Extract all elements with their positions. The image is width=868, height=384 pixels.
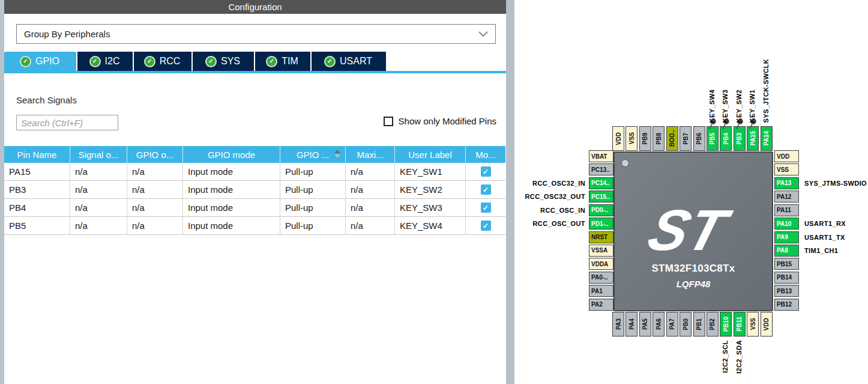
show-modified-filter[interactable]: Show only Modified Pins [384,116,496,126]
pin-PA1[interactable]: PA1 [589,285,613,297]
table-row-PB4[interactable]: PB4n/an/aInput modePull-upn/aKEY_SW3✓ [4,199,505,217]
pin-PB5[interactable]: PB5 [707,126,719,151]
col-header-signal[interactable]: Signal o... [70,146,127,163]
pin-PC15[interactable]: PC15.. [589,190,613,203]
pin-VDD[interactable]: VDD [761,312,773,337]
cell-max_speed[interactable]: n/a [346,181,395,198]
pin-PB8[interactable]: PB8 [653,126,665,151]
pin-PA4[interactable]: PA4 [625,312,637,337]
cell-gpio_output[interactable]: n/a [127,217,183,234]
cell-user_label[interactable]: KEY_SW4 [395,217,466,234]
show-modified-checkbox[interactable] [384,117,393,126]
pin-PA14[interactable]: PA14 [761,126,773,151]
cell-gpio_mode[interactable]: Input mode [183,199,280,216]
pin-PB3[interactable]: PB3 [734,126,746,151]
pin-VDD[interactable]: VDD [774,150,799,162]
pin-PC13[interactable]: PC13.. [589,163,613,175]
table-row-PA15[interactable]: PA15n/an/aInput modePull-upn/aKEY_SW1✓ [4,163,505,181]
modified-checkbox[interactable]: ✓ [481,184,491,195]
pin-VSS[interactable]: VSS [625,126,637,151]
pin-PD0[interactable]: PD0-.. [589,204,613,216]
col-header-gpio_mode[interactable]: GPIO mode [183,146,280,163]
cell-modified[interactable]: ✓ [466,199,505,216]
pin-PA6[interactable]: PA6 [653,312,665,337]
pin-VBAT[interactable]: VBAT [589,150,613,162]
modified-checkbox[interactable]: ✓ [481,221,491,231]
col-header-gpio_output[interactable]: GPIO o... [127,146,183,163]
pin-VSSA[interactable]: VSSA [589,245,613,257]
pin-PA9[interactable]: PA9 [774,231,799,243]
col-header-user_label[interactable]: User Label [395,146,466,163]
pin-PA8[interactable]: PA8 [774,245,799,257]
pin-PA12[interactable]: PA12 [774,190,799,203]
pin-PA13[interactable]: PA13 [774,177,799,189]
cell-gpio_mode[interactable]: Input mode [183,181,280,198]
tab-usart[interactable]: ✓USART [312,52,386,71]
pin-VSS[interactable]: VSS [774,163,799,175]
cell-gpio_mode[interactable]: Input mode [183,163,280,180]
pin-PD1[interactable]: PD1-.. [589,218,613,230]
modified-checkbox[interactable]: ✓ [481,203,491,213]
cell-max_speed[interactable]: n/a [346,163,395,180]
cell-pin[interactable]: PA15 [4,163,70,180]
pin-PA15[interactable]: PA15 [747,126,759,151]
pin-NRST[interactable]: NRST [589,231,613,243]
pin-PB9[interactable]: PB9 [639,126,651,151]
pin-PB6[interactable]: PB6 [693,126,705,151]
col-header-modified[interactable]: Mo... [466,146,505,163]
pin-PB14[interactable]: PB14 [774,272,799,284]
pin-PB13[interactable]: PB13 [774,285,799,297]
cell-pin[interactable]: PB3 [4,181,70,198]
pin-PB10[interactable]: PB10 [720,312,732,337]
cell-pin[interactable]: PB5 [4,217,70,234]
pin-PA7[interactable]: PA7 [666,312,678,337]
cell-user_label[interactable]: KEY_SW3 [395,199,466,216]
cell-modified[interactable]: ✓ [466,181,505,198]
cell-gpio_pull[interactable]: Pull-up [280,217,346,234]
pin-PB1[interactable]: PB1 [693,312,705,337]
pin-PB2[interactable]: PB2 [707,312,719,337]
cell-gpio_pull[interactable]: Pull-up [280,181,346,198]
pin-PB11[interactable]: PB11 [734,312,746,337]
group-by-dropdown[interactable]: Group By Peripherals [16,24,496,44]
pin-PA5[interactable]: PA5 [639,312,651,337]
pin-PA3[interactable]: PA3 [612,312,624,337]
cell-signal[interactable]: n/a [70,181,127,198]
tab-sys[interactable]: ✓SYS [193,52,254,71]
pin-PA2[interactable]: PA2 [589,299,613,311]
cell-modified[interactable]: ✓ [466,163,505,180]
sort-arrows-icon[interactable] [334,150,340,158]
cell-gpio_mode[interactable]: Input mode [183,217,280,234]
table-row-PB5[interactable]: PB5n/an/aInput modePull-upn/aKEY_SW4✓ [4,217,505,235]
pin-VDD[interactable]: VDD [612,126,624,151]
pin-PA10[interactable]: PA10 [774,218,799,230]
pin-VSS[interactable]: VSS [747,312,759,337]
tab-i2c[interactable]: ✓I2C [77,52,133,71]
cell-pin[interactable]: PB4 [4,199,70,216]
cell-gpio_pull[interactable]: Pull-up [280,163,346,180]
cell-max_speed[interactable]: n/a [346,199,395,216]
tab-tim[interactable]: ✓TIM [255,52,310,71]
cell-gpio_output[interactable]: n/a [127,163,183,180]
tab-gpio[interactable]: ✓GPIO [4,52,76,71]
cell-user_label[interactable]: KEY_SW1 [395,163,466,180]
vertical-scrollbar[interactable] [506,0,514,384]
pin-PB0[interactable]: PB0 [680,312,692,337]
pin-PC14[interactable]: PC14.. [589,177,613,189]
modified-checkbox[interactable]: ✓ [481,166,491,177]
pin-PB7[interactable]: PB7 [680,126,692,151]
table-row-PB3[interactable]: PB3n/an/aInput modePull-upn/aKEY_SW2✓ [4,181,505,199]
cell-modified[interactable]: ✓ [466,217,505,234]
col-header-gpio_pull[interactable]: GPIO ... [280,146,346,163]
col-header-pin[interactable]: Pin Name [4,146,70,163]
cell-signal[interactable]: n/a [70,199,127,216]
pin-PB12[interactable]: PB12 [774,299,799,311]
pin-VDDA[interactable]: VDDA [589,258,613,270]
pin-PB4[interactable]: PB4 [720,126,732,151]
col-header-max_speed[interactable]: Maxi... [346,146,395,163]
cell-max_speed[interactable]: n/a [346,217,395,234]
cell-signal[interactable]: n/a [70,217,127,234]
search-input[interactable] [16,115,118,130]
cell-user_label[interactable]: KEY_SW2 [395,181,466,198]
tab-rcc[interactable]: ✓RCC [134,52,191,71]
